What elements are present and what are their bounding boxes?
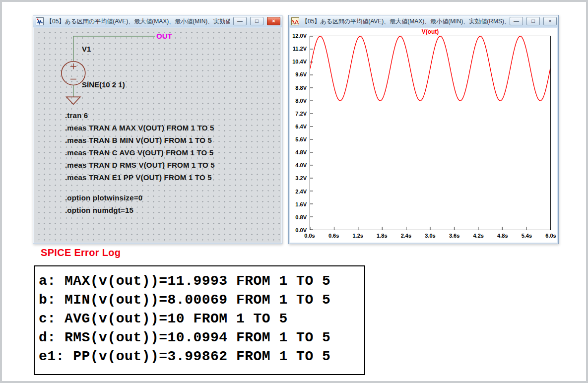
spice-directive-line[interactable]: .tran 6: [65, 109, 215, 122]
y-tick-label: 5.6V: [295, 136, 307, 142]
y-tick-label: 6.4V: [295, 124, 307, 129]
spice-directive-line[interactable]: .meas TRAN A MAX V(OUT) FROM 1 TO 5: [65, 122, 215, 134]
x-axis-labels: 0.0s0.6s1.2s1.8s2.4s3.0s3.6s4.2s4.8s5.4s…: [310, 233, 551, 240]
spice-directive-line[interactable]: .meas TRAN B MIN V(OUT) FROM 1 TO 5: [65, 134, 215, 146]
x-tick-label: 6.0s: [545, 233, 556, 239]
spice-directive-line[interactable]: .meas TRAN D RMS V(OUT) FROM 1 TO 5: [65, 159, 215, 171]
error-log-line: d: RMS(v(out))=10.0994 FROM 1 TO 5: [39, 328, 360, 347]
error-log-line: e1: PP(v(out))=3.99862 FROM 1 TO 5: [39, 347, 360, 366]
x-tick-label: 4.8s: [497, 233, 508, 239]
error-log-box: a: MAX(v(out))=11.9993 FROM 1 TO 5b: MIN…: [34, 265, 365, 375]
y-tick-label: 10.4V: [292, 59, 307, 64]
y-tick-label: 11.2V: [293, 46, 307, 52]
spice-option-line[interactable]: .option numdgt=15: [65, 204, 142, 216]
schematic-window: 【05】ある区間の平均値(AVE)、最大値(MAX)、最小値(MIN)、実効値(…: [33, 15, 282, 244]
plot-area[interactable]: [310, 36, 551, 230]
waveform-window: 【05】ある区間の平均値(AVE)、最大値(MAX)、最小値(MIN)、実効値(…: [288, 15, 559, 244]
ltspice-schematic-icon: [36, 17, 44, 25]
source-value-label[interactable]: SINE(10 2 1): [82, 80, 125, 89]
y-tick-label: 2.4V: [295, 189, 307, 194]
y-tick-label: 4.0V: [295, 162, 307, 168]
schematic-titlebar[interactable]: 【05】ある区間の平均値(AVE)、最大値(MAX)、最小値(MIN)、実効値(…: [33, 15, 282, 27]
minimize-button[interactable]: —: [233, 17, 247, 25]
source-name-label[interactable]: V1: [82, 45, 91, 53]
y-tick-label: 12.0V: [292, 33, 307, 39]
error-log-line: b: MIN(v(out))=8.00069 FROM 1 TO 5: [39, 291, 360, 310]
schematic-canvas[interactable]: OUT V1 SINE(10 2 1) .tran 6.meas TRAN A …: [34, 28, 281, 243]
axis-ticks: [310, 36, 550, 230]
screenshot-frame: 【05】ある区間の平均値(AVE)、最大値(MAX)、最小値(MIN)、実効値(…: [0, 0, 588, 383]
close-button[interactable]: ×: [267, 17, 280, 25]
y-tick-label: 4.8V: [295, 149, 307, 155]
spice-directive-line[interactable]: .meas TRAN E1 PP V(OUT) FROM 1 TO 5: [65, 171, 215, 184]
vout-trace: [310, 36, 550, 101]
waveform-window-title: 【05】ある区間の平均値(AVE)、最大値(MAX)、最小値(MIN)、実効値(…: [302, 15, 506, 27]
waveform-window-icon: [291, 17, 299, 25]
waveform-titlebar[interactable]: 【05】ある区間の平均値(AVE)、最大値(MAX)、最小値(MIN)、実効値(…: [289, 15, 558, 27]
y-tick-label: 3.2V: [295, 175, 307, 181]
plot-title[interactable]: V(out): [310, 28, 551, 35]
schematic-window-title: 【05】ある区間の平均値(AVE)、最大値(MAX)、最小値(MIN)、実効値(…: [46, 15, 230, 27]
y-tick-label: 1.6V: [295, 201, 307, 207]
x-tick-label: 0.0s: [304, 233, 315, 239]
x-tick-label: 1.8s: [377, 233, 387, 239]
y-tick-label: 7.2V: [295, 111, 307, 117]
spice-directives-block: .tran 6.meas TRAN A MAX V(OUT) FROM 1 TO…: [65, 109, 215, 184]
spice-option-line[interactable]: .option plotwinsize=0: [65, 192, 142, 204]
x-tick-label: 1.2s: [352, 233, 363, 239]
x-tick-label: 3.6s: [449, 233, 459, 239]
y-tick-label: 8.0V: [295, 98, 307, 104]
close-button[interactable]: ×: [543, 17, 557, 25]
error-log-line: a: MAX(v(out))=11.9993 FROM 1 TO 5: [39, 272, 360, 291]
out-net-label[interactable]: OUT: [156, 32, 172, 40]
waveform-plot-svg: [310, 36, 550, 230]
y-tick-label: 8.8V: [295, 85, 307, 91]
x-tick-label: 0.6s: [328, 233, 339, 239]
plus-sign-icon: [70, 64, 76, 69]
waveform-canvas[interactable]: V(out) 12.0V11.2V10.4V9.6V8.8V8.0V7.2V6.…: [290, 28, 557, 243]
y-tick-label: 9.6V: [295, 71, 307, 77]
spice-options-block: .option plotwinsize=0.option numdgt=15: [65, 192, 142, 216]
maximize-button[interactable]: □: [250, 17, 263, 25]
y-tick-label: 0.8V: [295, 214, 307, 220]
minimize-button[interactable]: —: [510, 17, 523, 25]
x-tick-label: 3.0s: [425, 233, 435, 239]
y-axis-labels: 12.0V11.2V10.4V9.6V8.8V8.0V7.2V6.4V5.6V4…: [290, 36, 308, 230]
x-tick-label: 4.2s: [473, 233, 483, 239]
error-log-line: c: AVG(v(out))=10 FROM 1 TO 5: [39, 310, 360, 328]
error-log-heading: SPICE Error Log: [41, 247, 121, 258]
ground-symbol: [66, 97, 80, 104]
spice-directive-line[interactable]: .meas TRAN C AVG V(OUT) FROM 1 TO 5: [65, 146, 215, 159]
x-tick-label: 2.4s: [401, 233, 411, 239]
x-tick-label: 5.4s: [522, 233, 532, 239]
maximize-button[interactable]: □: [526, 17, 540, 25]
